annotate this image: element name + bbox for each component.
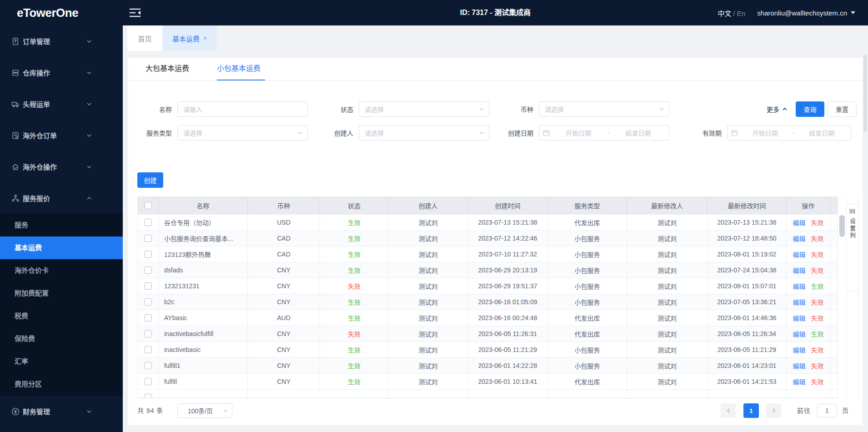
sidebar-item-order-management[interactable]: 订单管理 [0, 25, 123, 57]
row-checkbox[interactable] [145, 314, 152, 321]
toggle-status-link[interactable]: 失效 [811, 250, 824, 259]
row-checkbox[interactable] [145, 298, 152, 306]
id-badge-icon [11, 37, 20, 45]
toggle-status-link[interactable]: 失效 [811, 313, 824, 322]
tab-home[interactable]: 首页 [127, 25, 162, 51]
sidebar-subitem-exchange-rate[interactable]: 汇率 [0, 350, 123, 373]
toggle-status-link[interactable]: 失效 [811, 361, 824, 370]
tab-small-parcel-freight[interactable]: 小包基本运费 [217, 58, 261, 80]
tab-big-parcel-freight[interactable]: 大包基本运费 [146, 58, 189, 80]
tab-basic-freight[interactable]: 基本运费 × [162, 25, 217, 51]
edit-link[interactable]: 编辑 [793, 266, 806, 275]
toggle-status-link[interactable]: 失效 [811, 345, 824, 354]
sidebar-item-warehouse-ops[interactable]: 仓库操作 [0, 57, 123, 88]
cell-currency: CNY [248, 342, 320, 357]
table-row: AYbasic AUD 生效 测试刘 2023-06-16 00:24:48 代… [138, 310, 838, 326]
edit-link[interactable]: 编辑 [793, 361, 806, 370]
edit-link[interactable]: 编辑 [793, 329, 806, 338]
row-checkbox[interactable] [145, 282, 152, 290]
row-checkbox[interactable] [145, 394, 152, 398]
toggle-status-link[interactable]: 失效 [811, 218, 824, 227]
create-date-range[interactable]: 开始日期 - 结束日期 [539, 125, 669, 141]
goto-page-input[interactable]: 1 [817, 404, 837, 417]
row-checkbox[interactable] [145, 378, 152, 385]
sidebar-item-overseas-orders[interactable]: 海外仓订单 [0, 120, 123, 151]
currency-select[interactable]: 请选择 [539, 101, 669, 117]
page-scrollbar-thumb[interactable] [863, 55, 867, 132]
edit-link[interactable]: 编辑 [793, 281, 806, 291]
page-number-button[interactable]: 1 [743, 403, 759, 418]
lang-zh[interactable]: 中文 [717, 10, 731, 17]
sidebar-subitem-taxes[interactable]: 税费 [0, 305, 123, 327]
user-menu[interactable]: sharonliu@walltechsystem.cn [757, 9, 855, 17]
reset-button[interactable]: 重置 [828, 101, 857, 117]
toggle-status-link[interactable]: 生效 [811, 329, 824, 338]
create-button[interactable]: 创建 [137, 172, 163, 188]
cell-currency: USD [248, 215, 320, 230]
row-checkbox[interactable] [145, 235, 152, 242]
row-checkbox[interactable] [145, 219, 152, 226]
end-date-placeholder[interactable]: 结束日期 [611, 128, 665, 137]
row-checkbox[interactable] [145, 330, 152, 337]
start-date-placeholder[interactable]: 开始日期 [552, 128, 606, 137]
sidebar-item-firstleg-waybill[interactable]: 头程运单 [0, 88, 123, 120]
cell-created-time: 2023-06-05 11:21:29 [468, 342, 548, 357]
edit-link[interactable]: 编辑 [793, 297, 806, 306]
sidebar-subitem-insurance[interactable]: 保险费 [0, 327, 123, 350]
toggle-status-link[interactable]: 失效 [811, 377, 824, 386]
col-actions: 操作 [787, 197, 830, 214]
status-select[interactable]: 请选择 [359, 101, 489, 117]
edit-link[interactable]: 编辑 [793, 377, 806, 386]
cell-currency: CNY [248, 326, 320, 342]
creator-select[interactable]: 请选择 [359, 125, 489, 141]
valid-period-range[interactable]: 开始日期 - 结束日期 [727, 125, 851, 141]
service-type-select[interactable]: 请选择 [177, 125, 308, 141]
cell-currency: CAD [248, 231, 320, 246]
next-page-button[interactable] [766, 403, 781, 418]
sidebar-subitem-surcharge-config[interactable]: 附加费配置 [0, 282, 123, 305]
cell-modified-time: 2023-07-13 15:21:38 [707, 215, 787, 230]
sidebar-item-finance[interactable]: 财务管理 [0, 396, 123, 427]
toggle-status-link[interactable]: 生效 [811, 281, 824, 291]
language-switcher[interactable]: 中文/ En [717, 8, 745, 18]
edit-link[interactable]: 编辑 [793, 345, 806, 354]
select-all-checkbox[interactable] [145, 202, 152, 209]
sidebar-item-overseas-ops[interactable]: 海外仓操作 [0, 151, 123, 182]
column-settings-button[interactable]: 设置列 [847, 204, 858, 291]
cell-service-type: 小包服务 [548, 262, 627, 278]
sidebar-item-service-quotes[interactable]: 服务报价 [0, 182, 123, 214]
edit-link[interactable]: 编辑 [793, 234, 806, 243]
toggle-status-link[interactable]: 失效 [811, 266, 824, 275]
cell-actions: 编辑 生效 [787, 326, 830, 342]
filter-name-label: 名称 [133, 105, 177, 114]
page-size-select[interactable]: 100条/页 [177, 403, 232, 418]
sidebar-subitem-fee-zones[interactable]: 费用分区 [0, 373, 123, 396]
cell-filler [830, 342, 838, 357]
chevron-down-icon [86, 101, 92, 107]
edit-link[interactable]: 编辑 [793, 313, 806, 322]
table-scrollbar-thumb[interactable] [839, 215, 845, 237]
sidebar-subitem-basic-freight[interactable]: 基本运费 [0, 236, 123, 259]
cell-modified-time: 2023-06-05 11:21:29 [707, 342, 787, 357]
row-checkbox[interactable] [145, 266, 152, 274]
toggle-status-link[interactable]: 失效 [811, 297, 824, 306]
toggle-status-link[interactable]: 失效 [811, 234, 824, 243]
name-input[interactable]: 请输入 [177, 101, 308, 117]
sidebar-subitem-services[interactable]: 服务 [0, 214, 123, 236]
end-date-placeholder[interactable]: 结束日期 [796, 128, 847, 137]
start-date-placeholder[interactable]: 开始日期 [740, 128, 791, 137]
row-checkbox[interactable] [145, 346, 152, 353]
filter-creator-label: 创建人 [314, 128, 359, 137]
prev-page-button[interactable] [721, 403, 736, 418]
more-filters-toggle[interactable]: 更多 [767, 101, 788, 117]
lang-en[interactable]: / En [733, 10, 746, 17]
chevron-down-icon [659, 106, 664, 112]
search-button[interactable]: 查询 [796, 101, 824, 117]
edit-link[interactable]: 编辑 [793, 218, 806, 227]
row-checkbox[interactable] [145, 251, 152, 258]
close-tab-icon[interactable]: × [203, 35, 207, 41]
sidebar-subitem-overseas-price-card[interactable]: 海外仓价卡 [0, 259, 123, 282]
row-checkbox[interactable] [145, 362, 152, 369]
edit-link[interactable]: 编辑 [793, 250, 806, 259]
cell-service-type: 小包服务 [548, 342, 627, 357]
